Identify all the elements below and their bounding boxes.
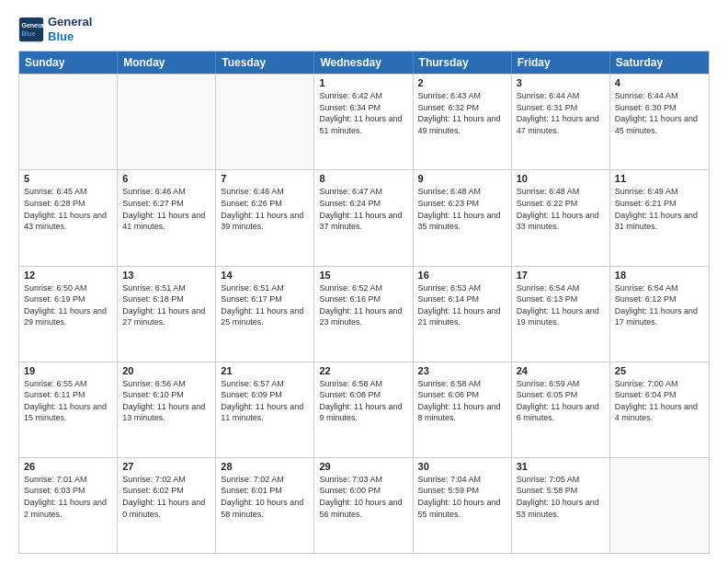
cell-info: Sunrise: 6:55 AMSunset: 6:11 PMDaylight:… [24, 378, 112, 424]
day-header-saturday: Saturday [610, 52, 709, 74]
cell-info: Sunrise: 6:44 AMSunset: 6:31 PMDaylight:… [517, 90, 605, 136]
cell-info: Sunrise: 6:45 AMSunset: 6:28 PMDaylight:… [24, 186, 112, 232]
calendar-cell: 6Sunrise: 6:46 AMSunset: 6:27 PMDaylight… [118, 170, 216, 265]
cell-info: Sunrise: 7:03 AMSunset: 6:00 PMDaylight:… [319, 474, 407, 520]
calendar-cell: 15Sunrise: 6:52 AMSunset: 6:16 PMDayligh… [314, 267, 413, 362]
cell-info: Sunrise: 6:48 AMSunset: 6:23 PMDaylight:… [418, 186, 506, 232]
day-number: 1 [319, 77, 407, 88]
cell-info: Sunrise: 6:43 AMSunset: 6:32 PMDaylight:… [418, 90, 506, 136]
day-header-tuesday: Tuesday [216, 52, 314, 74]
calendar-cell [216, 75, 314, 169]
calendar-cell: 29Sunrise: 7:03 AMSunset: 6:00 PMDayligh… [314, 458, 413, 553]
calendar-header-row: SundayMondayTuesdayWednesdayThursdayFrid… [19, 52, 709, 74]
day-number: 19 [24, 365, 112, 376]
week-row-2: 5Sunrise: 6:45 AMSunset: 6:28 PMDaylight… [19, 169, 709, 265]
calendar-cell: 16Sunrise: 6:53 AMSunset: 6:14 PMDayligh… [414, 267, 512, 362]
cell-info: Sunrise: 6:42 AMSunset: 6:34 PMDaylight:… [319, 90, 407, 136]
cell-info: Sunrise: 6:46 AMSunset: 6:27 PMDaylight:… [122, 186, 210, 232]
cell-info: Sunrise: 6:48 AMSunset: 6:22 PMDaylight:… [517, 186, 605, 232]
day-number: 29 [319, 461, 407, 472]
calendar-cell: 4Sunrise: 6:44 AMSunset: 6:30 PMDaylight… [610, 75, 709, 169]
cell-info: Sunrise: 6:57 AMSunset: 6:09 PMDaylight:… [221, 378, 309, 424]
day-number: 16 [418, 270, 506, 281]
calendar-cell: 5Sunrise: 6:45 AMSunset: 6:28 PMDaylight… [19, 170, 118, 265]
cell-info: Sunrise: 7:01 AMSunset: 6:03 PMDaylight:… [24, 474, 112, 520]
calendar-cell [610, 458, 709, 553]
calendar-cell: 20Sunrise: 6:56 AMSunset: 6:10 PMDayligh… [118, 362, 216, 457]
day-number: 12 [24, 270, 112, 281]
calendar-cell [118, 75, 216, 169]
day-header-wednesday: Wednesday [314, 52, 413, 74]
day-number: 5 [24, 173, 112, 184]
day-header-monday: Monday [118, 52, 216, 74]
day-number: 26 [24, 461, 112, 472]
cell-info: Sunrise: 6:59 AMSunset: 6:05 PMDaylight:… [517, 378, 605, 424]
day-number: 2 [418, 77, 506, 88]
calendar-cell: 14Sunrise: 6:51 AMSunset: 6:17 PMDayligh… [216, 267, 314, 362]
day-number: 23 [418, 365, 506, 376]
cell-info: Sunrise: 6:49 AMSunset: 6:21 PMDaylight:… [615, 186, 704, 232]
calendar-cell: 22Sunrise: 6:58 AMSunset: 6:08 PMDayligh… [314, 362, 413, 457]
day-number: 10 [517, 173, 605, 184]
day-header-sunday: Sunday [19, 52, 118, 74]
cell-info: Sunrise: 6:50 AMSunset: 6:19 PMDaylight:… [24, 282, 112, 328]
week-row-5: 26Sunrise: 7:01 AMSunset: 6:03 PMDayligh… [19, 457, 709, 553]
day-number: 30 [418, 461, 506, 472]
calendar-cell: 26Sunrise: 7:01 AMSunset: 6:03 PMDayligh… [19, 458, 118, 553]
calendar-cell: 25Sunrise: 7:00 AMSunset: 6:04 PMDayligh… [610, 362, 709, 457]
calendar-cell: 24Sunrise: 6:59 AMSunset: 6:05 PMDayligh… [512, 362, 610, 457]
calendar-cell: 10Sunrise: 6:48 AMSunset: 6:22 PMDayligh… [512, 170, 610, 265]
calendar-body: 1Sunrise: 6:42 AMSunset: 6:34 PMDaylight… [19, 74, 709, 553]
day-number: 22 [319, 365, 407, 376]
logo-name-blue: Blue [48, 29, 92, 44]
day-header-thursday: Thursday [414, 52, 512, 74]
calendar-cell: 28Sunrise: 7:02 AMSunset: 6:01 PMDayligh… [216, 458, 314, 553]
cell-info: Sunrise: 6:46 AMSunset: 6:26 PMDaylight:… [221, 186, 309, 232]
calendar-cell: 18Sunrise: 6:54 AMSunset: 6:12 PMDayligh… [610, 267, 709, 362]
cell-info: Sunrise: 6:51 AMSunset: 6:17 PMDaylight:… [221, 282, 309, 328]
calendar-cell: 17Sunrise: 6:54 AMSunset: 6:13 PMDayligh… [512, 267, 610, 362]
day-header-friday: Friday [512, 52, 610, 74]
cell-info: Sunrise: 6:54 AMSunset: 6:13 PMDaylight:… [517, 282, 605, 328]
calendar-cell: 30Sunrise: 7:04 AMSunset: 5:59 PMDayligh… [414, 458, 512, 553]
calendar-cell: 23Sunrise: 6:58 AMSunset: 6:06 PMDayligh… [414, 362, 512, 457]
logo-icon: General Blue [18, 17, 44, 42]
cell-info: Sunrise: 7:00 AMSunset: 6:04 PMDaylight:… [615, 378, 704, 424]
cell-info: Sunrise: 7:02 AMSunset: 6:01 PMDaylight:… [221, 474, 309, 520]
calendar-cell: 8Sunrise: 6:47 AMSunset: 6:24 PMDaylight… [314, 170, 413, 265]
logo-name-general: General [48, 15, 92, 29]
day-number: 28 [221, 461, 309, 472]
day-number: 11 [615, 173, 704, 184]
calendar-cell: 1Sunrise: 6:42 AMSunset: 6:34 PMDaylight… [314, 75, 413, 169]
week-row-3: 12Sunrise: 6:50 AMSunset: 6:19 PMDayligh… [19, 266, 709, 362]
day-number: 21 [221, 365, 309, 376]
day-number: 9 [418, 173, 506, 184]
day-number: 15 [319, 270, 407, 281]
day-number: 17 [517, 270, 605, 281]
header: General Blue General Blue [18, 15, 710, 43]
calendar-cell: 7Sunrise: 6:46 AMSunset: 6:26 PMDaylight… [216, 170, 314, 265]
calendar-cell: 3Sunrise: 6:44 AMSunset: 6:31 PMDaylight… [512, 75, 610, 169]
svg-text:Blue: Blue [22, 30, 36, 37]
week-row-1: 1Sunrise: 6:42 AMSunset: 6:34 PMDaylight… [19, 74, 709, 169]
cell-info: Sunrise: 6:47 AMSunset: 6:24 PMDaylight:… [319, 186, 407, 232]
day-number: 3 [517, 77, 605, 88]
cell-info: Sunrise: 6:51 AMSunset: 6:18 PMDaylight:… [122, 282, 210, 328]
calendar-cell: 13Sunrise: 6:51 AMSunset: 6:18 PMDayligh… [118, 267, 216, 362]
day-number: 27 [122, 461, 210, 472]
logo: General Blue General Blue [18, 15, 92, 43]
calendar-cell: 21Sunrise: 6:57 AMSunset: 6:09 PMDayligh… [216, 362, 314, 457]
cell-info: Sunrise: 6:58 AMSunset: 6:08 PMDaylight:… [319, 378, 407, 424]
cell-info: Sunrise: 6:52 AMSunset: 6:16 PMDaylight:… [319, 282, 407, 328]
calendar-cell: 19Sunrise: 6:55 AMSunset: 6:11 PMDayligh… [19, 362, 118, 457]
day-number: 20 [122, 365, 210, 376]
calendar-cell: 31Sunrise: 7:05 AMSunset: 5:58 PMDayligh… [512, 458, 610, 553]
calendar-cell: 9Sunrise: 6:48 AMSunset: 6:23 PMDaylight… [414, 170, 512, 265]
day-number: 13 [122, 270, 210, 281]
day-number: 24 [517, 365, 605, 376]
cell-info: Sunrise: 7:04 AMSunset: 5:59 PMDaylight:… [418, 474, 506, 520]
week-row-4: 19Sunrise: 6:55 AMSunset: 6:11 PMDayligh… [19, 362, 709, 457]
day-number: 6 [122, 173, 210, 184]
day-number: 8 [319, 173, 407, 184]
day-number: 18 [615, 270, 704, 281]
